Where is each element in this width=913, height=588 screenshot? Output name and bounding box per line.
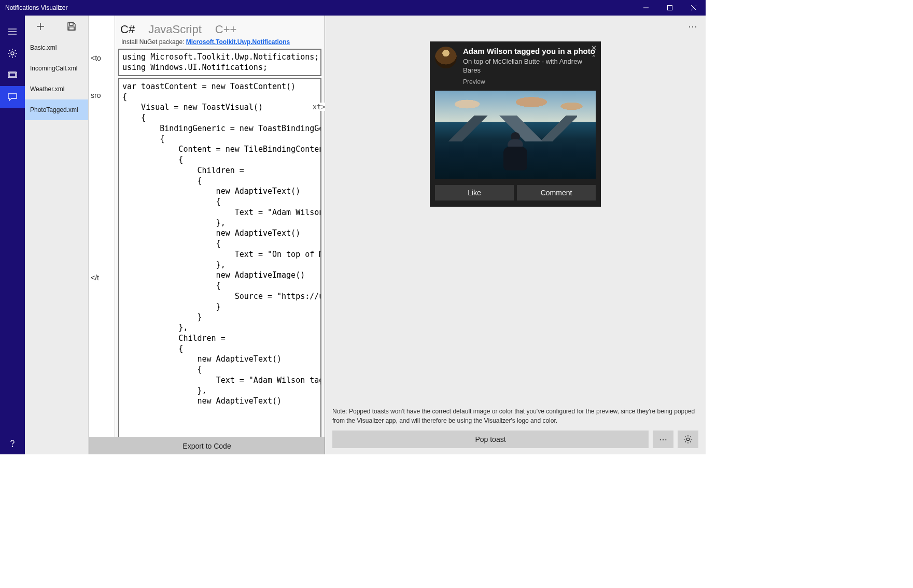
- code-panel: xt> C# JavaScript C++ Install NuGet pack…: [115, 16, 325, 454]
- window-title: Notifications Visualizer: [5, 4, 634, 11]
- tab-javascript[interactable]: JavaScript: [148, 23, 202, 36]
- nav-rail: [0, 16, 25, 454]
- help-icon[interactable]: [0, 433, 25, 454]
- code-block[interactable]: var toastContent = new ToastContent() { …: [118, 78, 321, 455]
- file-item[interactable]: Basic.xml: [25, 37, 88, 58]
- maximize-button[interactable]: [658, 0, 682, 16]
- svg-rect-9: [9, 73, 16, 77]
- file-list: Basic.xml IncomingCall.xml Weather.xml P…: [25, 37, 88, 454]
- minimize-button[interactable]: [634, 0, 658, 16]
- chat-icon[interactable]: [0, 86, 25, 108]
- new-file-button[interactable]: [25, 16, 56, 37]
- like-button[interactable]: Like: [435, 185, 514, 200]
- xml-fragment: xt>: [313, 103, 326, 111]
- file-item[interactable]: IncomingCall.xml: [25, 58, 88, 79]
- toast-preview: Adam Wilson tagged you in a photo On top…: [430, 41, 601, 207]
- more-button[interactable]: ⋯: [653, 431, 673, 448]
- language-tabs: C# JavaScript C++: [115, 16, 325, 36]
- svg-point-15: [686, 438, 689, 440]
- avatar: [435, 47, 457, 68]
- svg-rect-14: [69, 27, 74, 30]
- using-block[interactable]: using Microsoft.Toolkit.Uwp.Notification…: [118, 49, 321, 76]
- preview-note: Note: Popped toasts won't have the corre…: [325, 407, 706, 425]
- svg-rect-13: [69, 23, 73, 25]
- nuget-prefix: Install NuGet package:: [121, 38, 186, 46]
- toast-hero-image: [435, 91, 596, 179]
- xml-fragment: </t: [91, 274, 113, 282]
- export-to-code-button[interactable]: Export to Code: [89, 437, 325, 454]
- tab-csharp[interactable]: C#: [120, 23, 135, 36]
- close-button[interactable]: [682, 0, 706, 16]
- pop-toast-button[interactable]: Pop toast: [332, 431, 649, 448]
- settings-button[interactable]: [678, 431, 698, 448]
- save-button[interactable]: [56, 16, 87, 37]
- file-item[interactable]: Weather.xml: [25, 79, 88, 99]
- xml-fragment: <to: [91, 54, 113, 62]
- toast-subtitle: On top of McClellan Butte - with Andrew …: [463, 58, 596, 75]
- preview-pane: ⋯ Adam Wilson tagged you in a photo On t…: [325, 16, 706, 454]
- titlebar: Notifications Visualizer: [0, 0, 706, 16]
- comment-button[interactable]: Comment: [517, 185, 596, 200]
- chevron-up-icon[interactable]: ⌃: [591, 54, 597, 61]
- close-icon[interactable]: ✕: [591, 45, 597, 51]
- hamburger-icon[interactable]: [0, 21, 25, 42]
- toast-attribution: Preview: [463, 78, 596, 85]
- svg-point-10: [12, 446, 12, 447]
- file-column: Basic.xml IncomingCall.xml Weather.xml P…: [25, 16, 89, 454]
- xml-fragment: sro: [91, 91, 113, 99]
- gear-icon[interactable]: [0, 42, 25, 64]
- more-icon[interactable]: ⋯: [688, 21, 698, 32]
- svg-point-7: [11, 52, 14, 55]
- tab-cpp[interactable]: C++: [215, 23, 237, 36]
- toast-title: Adam Wilson tagged you in a photo: [463, 47, 596, 56]
- xml-peek: <to sro </t: [89, 16, 115, 454]
- nuget-line: Install NuGet package: Microsoft.Toolkit…: [115, 36, 325, 49]
- file-item[interactable]: PhotoTagged.xml: [25, 99, 88, 120]
- display-icon[interactable]: [0, 64, 25, 86]
- nuget-link[interactable]: Microsoft.Toolkit.Uwp.Notifications: [186, 38, 290, 46]
- svg-rect-1: [668, 6, 672, 10]
